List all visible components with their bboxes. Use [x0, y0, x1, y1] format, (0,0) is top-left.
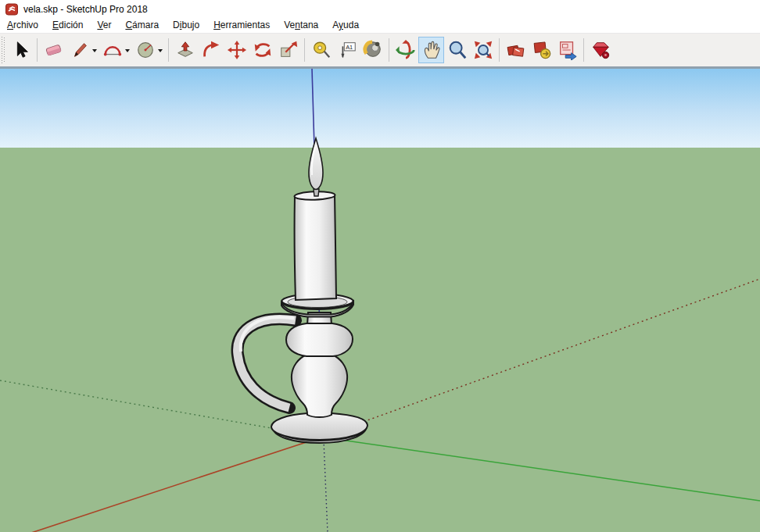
3d-viewport[interactable] — [0, 66, 760, 532]
share-model-icon — [532, 40, 552, 60]
menu-label: V — [97, 20, 102, 30]
send-to-layout-icon — [557, 40, 578, 60]
menu-herramientas[interactable]: Herramientas — [206, 18, 277, 33]
3d-warehouse-button[interactable] — [503, 37, 529, 63]
arc-tool-button[interactable] — [99, 37, 125, 63]
menu-label: er — [103, 20, 112, 30]
zoom-magnifier-icon — [447, 40, 468, 60]
move-tool-button[interactable] — [224, 37, 249, 63]
line-tool-button[interactable] — [66, 37, 92, 63]
ground-plane — [0, 148, 760, 532]
zoom-tool-button[interactable] — [444, 37, 470, 63]
candlestick-ring — [286, 323, 353, 356]
eraser-tool-button[interactable] — [41, 37, 66, 63]
orbit-icon — [396, 40, 416, 60]
share-model-button[interactable] — [529, 37, 554, 63]
pencil-icon — [70, 40, 90, 60]
text-tool-button[interactable]: A1 — [334, 37, 360, 63]
paint-bucket-icon — [363, 40, 383, 60]
viewport-canvas[interactable] — [0, 69, 760, 532]
menu-label: dición — [59, 20, 83, 30]
zoom-extents-tool-button[interactable] — [470, 37, 496, 63]
pan-tool-button[interactable] — [418, 37, 444, 63]
menu-label: bujo — [181, 20, 199, 30]
menu-ventana[interactable]: Ventana — [277, 18, 325, 33]
pan-hand-icon — [421, 40, 442, 60]
toolbar-separator — [499, 38, 500, 62]
menu-label: A — [7, 20, 13, 30]
menu-label: Ve — [284, 20, 295, 30]
menu-bar: Archivo Edición Ver Cámara Dibujo Herram… — [0, 18, 760, 33]
extension-warehouse-gem-icon — [590, 40, 611, 60]
sketchup-app-icon[interactable] — [5, 3, 18, 16]
menu-label: n — [295, 20, 300, 30]
toolbar-separator — [304, 38, 305, 62]
window-title: vela.skp - SketchUp Pro 2018 — [23, 4, 148, 15]
extension-warehouse-button[interactable] — [587, 37, 613, 63]
send-to-layout-button[interactable] — [554, 37, 580, 63]
main-toolbar: A1 — [0, 33, 760, 66]
menu-label: D — [173, 20, 180, 30]
menu-ver[interactable]: Ver — [90, 18, 118, 33]
orbit-tool-button[interactable] — [393, 37, 418, 63]
tape-measure-icon — [311, 40, 332, 60]
menu-edicion[interactable]: Edición — [45, 18, 90, 33]
arc-protractor-icon — [102, 40, 123, 60]
toolbar-separator — [37, 38, 38, 62]
title-bar: vela.skp - SketchUp Pro 2018 — [0, 0, 760, 18]
rotate-icon — [253, 40, 273, 60]
menu-archivo[interactable]: Archivo — [0, 18, 45, 33]
menu-label: rchivo — [13, 20, 38, 30]
menu-label: A — [332, 20, 339, 30]
select-arrow-icon — [11, 40, 31, 60]
scale-icon — [278, 40, 299, 60]
menu-label: tana — [300, 20, 318, 30]
menu-ayuda[interactable]: Ayuda — [325, 18, 366, 33]
scale-tool-button[interactable] — [275, 37, 301, 63]
circle-tool-dropdown-arrow-icon[interactable] — [158, 49, 163, 55]
sky — [0, 69, 760, 148]
paint-bucket-tool-button[interactable] — [360, 37, 385, 63]
text-tool-label: A1 — [346, 44, 353, 51]
toolbar-separator — [583, 38, 584, 62]
follow-me-tool-button[interactable] — [198, 37, 224, 63]
menu-label: uda — [343, 20, 359, 30]
arc-tool-dropdown-arrow-icon[interactable] — [125, 49, 130, 55]
3d-warehouse-icon — [506, 40, 526, 60]
text-tool-icon: A1 — [337, 40, 357, 60]
move-cross-icon — [227, 40, 247, 60]
circle-shape-icon — [135, 40, 156, 60]
toolbar-separator — [389, 38, 389, 62]
follow-me-icon — [201, 40, 221, 60]
tape-measure-tool-button[interactable] — [308, 37, 334, 63]
toolbar-separator — [168, 38, 169, 62]
rotate-tool-button[interactable] — [249, 37, 275, 63]
menu-label: C — [125, 20, 132, 30]
line-tool-dropdown-arrow-icon[interactable] — [92, 49, 97, 55]
menu-label: E — [52, 20, 59, 30]
toolbar-grip[interactable] — [2, 37, 5, 63]
zoom-extents-icon — [473, 40, 493, 60]
menu-label: H — [213, 20, 220, 30]
push-pull-tool-button[interactable] — [172, 37, 198, 63]
candle-wick — [314, 189, 319, 196]
menu-dibujo[interactable]: Dibujo — [166, 18, 206, 33]
push-pull-icon — [175, 40, 195, 60]
menu-label: ámara — [132, 20, 159, 30]
menu-camara[interactable]: Cámara — [118, 18, 166, 33]
circle-tool-button[interactable] — [132, 37, 158, 63]
menu-label: erramientas — [220, 20, 270, 30]
select-tool-button[interactable] — [8, 37, 34, 63]
eraser-icon — [44, 40, 64, 60]
